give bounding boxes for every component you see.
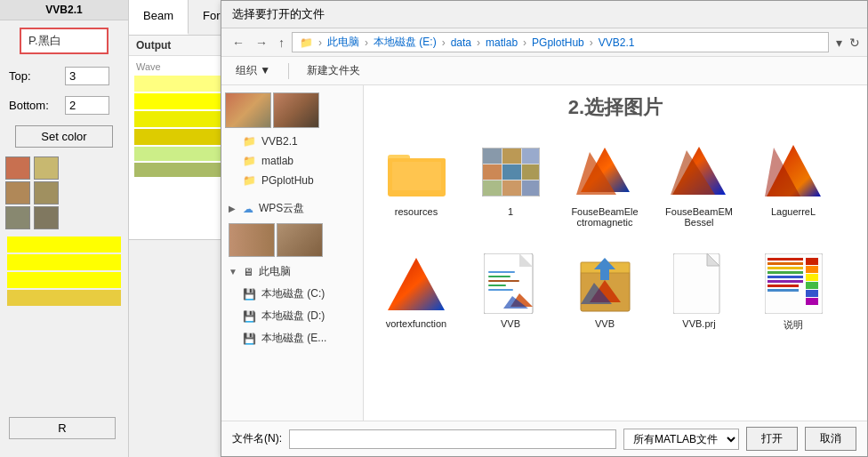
swatch-5[interactable]: [34, 181, 59, 204]
breadcrumb-sep-0: ›: [318, 36, 322, 49]
folder-icon-pgplot: 📁: [243, 174, 256, 187]
matlab-icon-vortex: [385, 253, 447, 315]
tab-beam[interactable]: Beam: [129, 0, 189, 35]
file-item-vortex[interactable]: vortexfunction: [376, 247, 456, 337]
dialog-title-text: 选择要打开的文件: [232, 6, 325, 22]
swatch-2[interactable]: [5, 181, 30, 204]
swatch-3[interactable]: [5, 206, 30, 229]
file-item-vvb-prj[interactable]: VVB.prj: [659, 247, 739, 337]
up-button[interactable]: ↑: [275, 34, 288, 52]
tree-arrow-pc: ▼: [229, 267, 237, 277]
file-name-image1: 1: [508, 206, 513, 217]
file-item-vvb-box[interactable]: VVB: [565, 247, 645, 337]
tree-item-wps[interactable]: ▶ ☁ WPS云盘: [221, 197, 363, 220]
file-name-vvb-box: VVB: [595, 318, 615, 329]
svg-rect-50: [806, 282, 818, 289]
svg-rect-12: [502, 180, 521, 196]
thumb-icon-shuoming: [762, 253, 824, 315]
file-item-shuoming[interactable]: 说明: [753, 247, 833, 337]
top-label: Top:: [9, 69, 58, 83]
select-button[interactable]: P.黑白: [20, 28, 108, 54]
tree-item-pgplothub[interactable]: 📁 PGplotHub: [221, 171, 363, 190]
organize-button[interactable]: 组织 ▼: [229, 60, 277, 81]
swatch-4[interactable]: [34, 156, 59, 180]
cancel-button[interactable]: 取消: [805, 427, 856, 451]
tree-label-drive-e-partial: 本地磁盘 (E...: [261, 331, 326, 346]
tree-item-drive-c[interactable]: 💾 本地磁盘 (C:): [221, 283, 363, 305]
tree-item-drive-d[interactable]: 💾 本地磁盘 (D:): [221, 305, 363, 327]
thumb-preview-1: [225, 92, 271, 128]
breadcrumb-item-2[interactable]: data: [451, 36, 471, 49]
svg-rect-46: [768, 289, 799, 292]
file-name-laguerrel: LaguerreL: [771, 206, 816, 217]
file-item-fouse-bessel[interactable]: FouseBeamEMBessel: [659, 135, 739, 233]
tree-panel: 📁 VVB2.1 📁 matlab 📁 PGplotHub ▶ ☁ WPS云盘: [221, 85, 364, 421]
box-icon-vvb: [574, 253, 636, 315]
refresh-button[interactable]: ↻: [849, 36, 860, 50]
dialog-footer: 文件名(N): 所有MATLAB文件 打开 取消: [221, 421, 867, 456]
file-item-vvb-doc[interactable]: VVB: [470, 247, 551, 337]
breadcrumb-item-1[interactable]: 本地磁盘 (E:): [374, 35, 437, 50]
folder-icon-matlab: 📁: [243, 155, 256, 167]
top-input[interactable]: [65, 67, 109, 85]
file-grid: resources: [373, 132, 858, 341]
svg-rect-26: [488, 285, 506, 286]
forward-button[interactable]: →: [252, 34, 271, 52]
stripe-area: [0, 233, 128, 311]
file-item-fouse-em[interactable]: FouseBeamElectromagnetic: [565, 135, 645, 233]
file-item-laguerrel[interactable]: LaguerreL: [753, 135, 833, 233]
output-stripe-1: [134, 76, 221, 92]
breadcrumb-item-3[interactable]: matlab: [486, 36, 518, 49]
file-name-resources: resources: [395, 206, 438, 217]
set-color-button[interactable]: Set color: [15, 125, 113, 148]
svg-rect-5: [483, 148, 502, 164]
breadcrumb-sep-5: ›: [590, 36, 593, 49]
tree-spacer: [221, 190, 363, 197]
reset-button[interactable]: R: [9, 417, 116, 439]
breadcrumb-item-5[interactable]: VVB2.1: [599, 36, 635, 49]
output-stripe-3: [134, 111, 221, 127]
tree-item-vvb21[interactable]: 📁 VVB2.1: [221, 132, 363, 151]
svg-rect-13: [522, 180, 539, 196]
app-title: VVB2.1: [0, 0, 128, 20]
svg-rect-47: [806, 258, 818, 265]
dropdown-button[interactable]: ▾: [832, 34, 846, 52]
folder-icon-vvb21: 📁: [243, 135, 256, 148]
stripe-yellow-3: [7, 272, 121, 288]
file-item-resources[interactable]: resources: [376, 135, 456, 233]
svg-rect-10: [522, 164, 539, 180]
swatch-6[interactable]: [34, 206, 59, 229]
tree-item-matlab[interactable]: 📁 matlab: [221, 151, 363, 171]
breadcrumb-item-4[interactable]: PGplotHub: [532, 36, 584, 49]
tree-label-wps: WPS云盘: [259, 201, 304, 216]
svg-rect-48: [806, 266, 818, 273]
bottom-input[interactable]: [65, 96, 109, 115]
svg-rect-43: [768, 276, 803, 278]
open-button[interactable]: 打开: [746, 427, 798, 451]
breadcrumb-item-0[interactable]: 此电脑: [327, 35, 359, 50]
back-button[interactable]: ←: [229, 34, 248, 52]
tree-item-pc[interactable]: ▼ 🖥 此电脑: [221, 261, 363, 283]
filetype-select[interactable]: 所有MATLAB文件: [623, 429, 739, 450]
svg-rect-40: [768, 262, 803, 265]
svg-rect-25: [488, 280, 519, 282]
output-area: Output Wave: [129, 36, 227, 240]
file-name-fouse-em: FouseBeamElectromagnetic: [570, 206, 639, 228]
swatch-1[interactable]: [5, 156, 30, 180]
breadcrumb-sep-4: ›: [523, 36, 526, 49]
breadcrumb-pc[interactable]: 📁: [300, 36, 313, 49]
file-area: 2.选择图片 resources: [364, 85, 867, 421]
drive-icon-d: 💾: [243, 310, 256, 323]
matlab-icon-fouse-em: [574, 140, 636, 203]
filename-input[interactable]: [289, 429, 616, 449]
prj-icon-vvb: [668, 253, 730, 315]
svg-rect-7: [522, 148, 539, 164]
stripe-yellow-4: [7, 290, 121, 306]
tree-item-drive-e[interactable]: 💾 本地磁盘 (E...: [221, 327, 363, 349]
new-folder-button[interactable]: 新建文件夹: [300, 60, 367, 81]
svg-rect-11: [483, 180, 502, 196]
select-label: 2.选择图片: [373, 94, 858, 121]
thumb-preview-2: [273, 92, 319, 128]
breadcrumb-sep-3: ›: [477, 36, 480, 49]
file-item-image1[interactable]: 1: [470, 135, 551, 233]
